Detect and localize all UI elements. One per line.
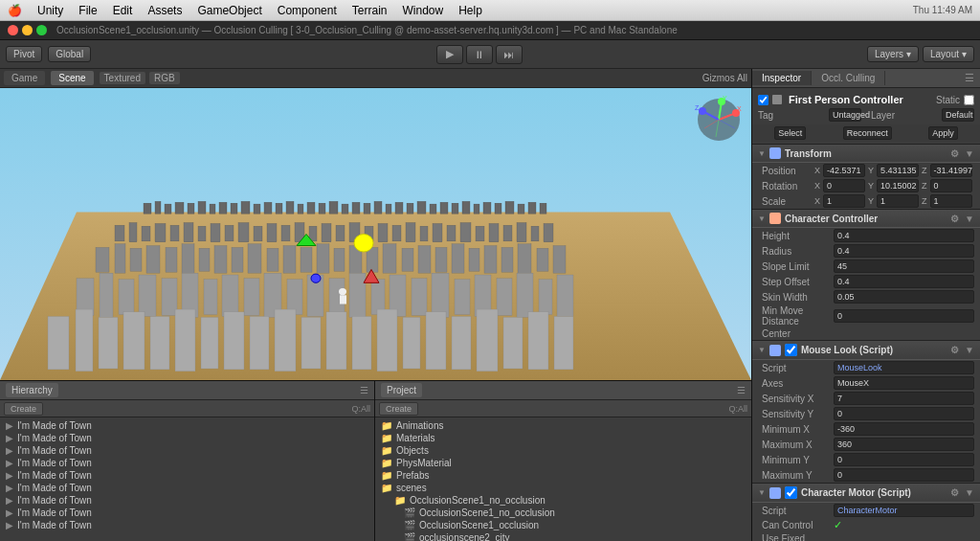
list-item[interactable]: 📁Materials — [375, 432, 751, 444]
scene-canvas[interactable]: X Y Z — [0, 88, 751, 380]
char-motor-settings-icon[interactable]: ⚙ — [950, 487, 959, 498]
game-tab[interactable]: Game — [4, 71, 45, 85]
global-button[interactable]: Global — [48, 46, 91, 62]
mouse-look-section[interactable]: ▼ Mouse Look (Script) ⚙ ▼ — [752, 340, 980, 360]
pause-button[interactable]: ⏸ — [466, 45, 493, 64]
play-button[interactable]: ▶ — [436, 45, 463, 64]
char-controller-more-icon[interactable]: ▼ — [965, 214, 974, 224]
static-checkbox[interactable] — [964, 95, 974, 105]
menu-window[interactable]: Window — [402, 4, 443, 17]
ml-sensy-value[interactable]: 0 — [834, 407, 974, 420]
cm-script-value[interactable]: CharacterMotor — [834, 504, 974, 517]
step-field: Step Offset 0.4 — [752, 274, 980, 289]
scene-tab[interactable]: Scene — [51, 71, 93, 85]
scale-z-value[interactable]: 1 — [930, 194, 972, 208]
occl-culling-tab[interactable]: Occl. Culling — [812, 71, 885, 85]
char-controller-settings-icon[interactable]: ⚙ — [950, 214, 959, 224]
list-item[interactable]: 🎬occlusionscene2_city — [375, 531, 751, 541]
project-create-btn[interactable]: Create — [379, 402, 418, 416]
list-item[interactable]: 🎬OcclusionScene1_no_occlusion — [375, 507, 751, 519]
list-item[interactable]: ▶I'm Made of Town — [0, 444, 374, 457]
char-motor-more-icon[interactable]: ▼ — [965, 487, 974, 498]
list-item[interactable]: 📁OcclusionScene1_no_occlusion — [375, 494, 751, 507]
step-value[interactable]: 0.4 — [834, 275, 974, 288]
menu-file[interactable]: File — [78, 4, 97, 17]
list-item[interactable]: ▶I'm Made of Town — [0, 507, 374, 519]
list-item[interactable]: ▶I'm Made of Town — [0, 482, 374, 494]
ml-minx-value[interactable]: -360 — [834, 422, 974, 436]
menu-help[interactable]: Help — [458, 4, 482, 17]
rot-x-value[interactable]: 0 — [823, 179, 865, 192]
step-button[interactable]: ⏭ — [496, 45, 523, 64]
pos-z-value[interactable]: -31.41997 — [930, 164, 972, 177]
hierarchy-tab[interactable]: Hierarchy — [6, 383, 58, 397]
position-label: Position — [762, 166, 812, 176]
close-button[interactable] — [8, 25, 18, 35]
mouse-look-more-icon[interactable]: ▼ — [965, 345, 974, 355]
slope-value[interactable]: 45 — [834, 259, 974, 273]
select-btn[interactable]: Select — [774, 126, 806, 140]
height-value[interactable]: 0.4 — [834, 229, 974, 242]
ml-axes-value[interactable]: MouseX — [834, 376, 974, 390]
menu-component[interactable]: Component — [278, 4, 337, 17]
skin-value[interactable]: 0.05 — [834, 290, 974, 304]
list-item[interactable]: 📁Animations — [375, 419, 751, 432]
list-item[interactable]: ▶I'm Made of Town — [0, 469, 374, 482]
list-item[interactable]: ▶I'm Made of Town — [0, 519, 374, 531]
list-item[interactable]: 🎬OcclusionScene1_occlusion — [375, 519, 751, 531]
transform-more-icon[interactable]: ▼ — [965, 148, 974, 159]
list-item[interactable]: 📁scenes — [375, 482, 751, 494]
pos-x-value[interactable]: -42.5371 — [823, 164, 865, 177]
menu-assets[interactable]: Assets — [147, 4, 182, 17]
list-item[interactable]: ▶I'm Made of Town — [0, 457, 374, 469]
layer-value[interactable]: Default — [942, 108, 974, 122]
menu-gameobject[interactable]: GameObject — [197, 4, 261, 17]
layout-dropdown[interactable]: Layout ▾ — [923, 46, 974, 62]
inspector-tab[interactable]: Inspector — [752, 71, 812, 85]
ml-maxy-value[interactable]: 0 — [834, 468, 974, 482]
ml-script-value[interactable]: MouseLook — [834, 361, 974, 374]
menu-terrain[interactable]: Terrain — [352, 4, 388, 17]
list-item[interactable]: 📁PhysMaterial — [375, 457, 751, 469]
mouse-look-settings-icon[interactable]: ⚙ — [950, 345, 959, 355]
transform-settings-icon[interactable]: ⚙ — [950, 148, 959, 159]
pivot-button[interactable]: Pivot — [6, 46, 42, 62]
list-item[interactable]: ▶I'm Made of Town — [0, 419, 374, 432]
project-tab[interactable]: Project — [381, 383, 422, 397]
panel-options-icon[interactable]: ☰ — [959, 70, 980, 86]
menu-edit[interactable]: Edit — [113, 4, 133, 17]
list-item[interactable]: 📁Objects — [375, 444, 751, 457]
gizmos-all-btn[interactable]: Gizmos All — [702, 73, 747, 83]
reconnect-btn[interactable]: Reconnect — [843, 126, 892, 140]
menu-unity[interactable]: Unity — [37, 4, 63, 17]
textured-btn[interactable]: Textured — [100, 72, 145, 84]
scale-x-value[interactable]: 1 — [823, 194, 865, 208]
pos-y-value[interactable]: 5.431135 — [877, 164, 919, 177]
char-motor-enabled[interactable] — [785, 486, 797, 499]
ml-maxx-value[interactable]: 360 — [834, 438, 974, 451]
radius-value[interactable]: 0.4 — [834, 244, 974, 258]
minimize-button[interactable] — [22, 25, 33, 35]
object-enabled-checkbox[interactable] — [758, 95, 768, 105]
hierarchy-create-btn[interactable]: Create — [4, 402, 43, 416]
mouse-look-enabled[interactable] — [785, 344, 797, 356]
list-item[interactable]: 📁Prefabs — [375, 469, 751, 482]
scale-y-value[interactable]: 1 — [877, 194, 919, 208]
rgb-btn[interactable]: RGB — [149, 72, 180, 84]
char-motor-section[interactable]: ▼ Character Motor (Script) ⚙ ▼ — [752, 483, 980, 503]
list-item[interactable]: ▶I'm Made of Town — [0, 494, 374, 507]
apple-menu[interactable]: 🍎 — [8, 4, 22, 17]
transform-section[interactable]: ▼ Transform ⚙ ▼ — [752, 144, 980, 163]
layers-dropdown[interactable]: Layers ▾ — [867, 46, 919, 62]
scene-view[interactable]: Game Scene Textured RGB Gizmos All — [0, 69, 751, 380]
apply-btn[interactable]: Apply — [928, 126, 958, 140]
rot-y-value[interactable]: 10.15002 — [877, 179, 919, 192]
tag-value[interactable]: Untagged — [829, 108, 861, 122]
ml-miny-value[interactable]: 0 — [834, 453, 974, 466]
maximize-button[interactable] — [36, 25, 47, 35]
list-item[interactable]: ▶I'm Made of Town — [0, 432, 374, 444]
min-move-value[interactable]: 0 — [834, 309, 974, 323]
ml-sensx-value[interactable]: 7 — [834, 392, 974, 405]
char-controller-section[interactable]: ▼ Character Controller ⚙ ▼ — [752, 209, 980, 228]
rot-z-value[interactable]: 0 — [930, 179, 972, 192]
